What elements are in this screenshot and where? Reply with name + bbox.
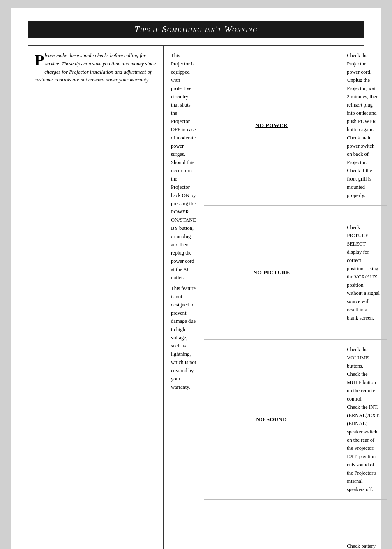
- row-left-no-power: NO POWER: [204, 46, 339, 205]
- intro-left: Please make these simple checks before c…: [35, 51, 157, 84]
- intro-right-text-1: This Projector is equipped with protecti…: [171, 51, 196, 282]
- main-layout: Please make these simple checks before c…: [28, 45, 364, 549]
- label-no-power: NO POWER: [255, 122, 288, 129]
- label-no-sound: NO SOUND: [256, 416, 287, 423]
- row-left-no-sound: NO SOUND: [204, 340, 339, 499]
- desc-remote: Check battery. Clean the remote and the …: [347, 542, 380, 549]
- page-title: Tips if Something isn't Working: [28, 21, 364, 38]
- row-no-power: NO POWER Check the Projector power cord.…: [204, 46, 387, 206]
- desc-no-sound: Check the VOLUME buttons. Check the MUTE…: [347, 345, 380, 493]
- drop-cap: P: [35, 52, 44, 68]
- row-right-no-picture: Check PICTURE SELECT display for correct…: [339, 206, 387, 339]
- desc-no-picture: Check PICTURE SELECT display for correct…: [347, 223, 380, 322]
- page: Tips if Something isn't Working Please m…: [11, 8, 381, 549]
- row-no-picture: NO PICTURE Check PICTURE SELECT display …: [204, 206, 387, 340]
- row-left-no-picture: NO PICTURE: [204, 206, 339, 339]
- row-remote: REMOTE DOES NOT WORK Check battery. Clea…: [204, 500, 387, 549]
- desc-no-power: Check the Projector power cord. Unplug t…: [347, 51, 380, 199]
- row-right-no-sound: Check the VOLUME buttons. Check the MUTE…: [339, 340, 387, 499]
- label-no-picture: NO PICTURE: [253, 269, 290, 276]
- row-left-remote: REMOTE DOES NOT WORK: [204, 500, 339, 549]
- intro-text: lease make these simple checks before ca…: [35, 53, 156, 83]
- row-right-remote: Check battery. Clean the remote and the …: [339, 500, 387, 549]
- intro-right-text-2: This feature is not designed to prevent …: [171, 284, 196, 391]
- row-no-sound: NO SOUND Check the VOLUME buttons. Check…: [204, 340, 387, 500]
- row-right-no-power: Check the Projector power cord. Unplug t…: [339, 46, 387, 205]
